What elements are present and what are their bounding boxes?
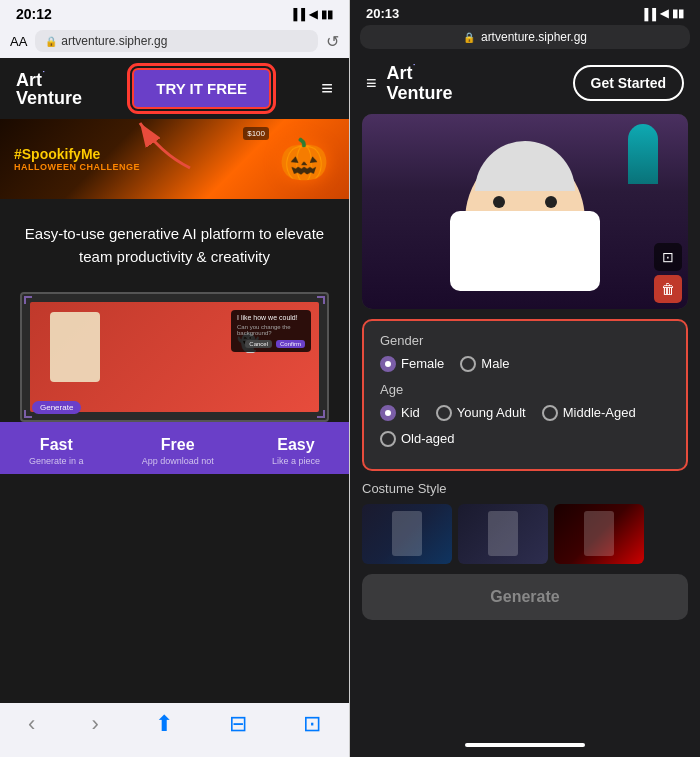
baby-image bbox=[362, 114, 688, 309]
wifi-icon: ◀ bbox=[309, 8, 317, 21]
options-panel: Gender Female Male Age Kid Young Adult bbox=[362, 319, 688, 471]
get-started-button[interactable]: Get Started bbox=[573, 65, 684, 101]
costume-figure-2 bbox=[488, 511, 518, 556]
gender-male-radio[interactable] bbox=[460, 356, 476, 372]
easy-sub: Like a piece bbox=[272, 456, 320, 466]
right-status-icons: ▐▐ ◀ ▮▮ bbox=[640, 7, 684, 20]
costume-thumb-1[interactable] bbox=[362, 504, 452, 564]
age-middle-aged-radio[interactable] bbox=[542, 405, 558, 421]
free-sub: App download not bbox=[142, 456, 214, 466]
crop-button[interactable]: ⊡ bbox=[654, 243, 682, 271]
back-button[interactable]: ‹ bbox=[28, 711, 35, 737]
logo-dot: ˙ bbox=[42, 70, 45, 81]
age-middle-aged-option[interactable]: Middle-Aged bbox=[542, 405, 636, 421]
left-browser-bar[interactable]: AA 🔒 artventure.sipher.gg ↺ bbox=[0, 26, 349, 58]
baby-image-container: ⊡ 🗑 bbox=[362, 114, 688, 309]
right-lock-icon: 🔒 bbox=[463, 32, 475, 43]
age-options-row-1: Kid Young Adult Middle-Aged bbox=[380, 405, 670, 421]
bookmark-button[interactable]: ⊟ bbox=[229, 711, 247, 737]
teal-hat-decoration bbox=[628, 124, 658, 184]
age-old-aged-radio[interactable] bbox=[380, 431, 396, 447]
costume-thumb-2[interactable] bbox=[458, 504, 548, 564]
url-text: artventure.sipher.gg bbox=[61, 34, 167, 48]
right-phone: 20:13 ▐▐ ◀ ▮▮ 🔒 artventure.sipher.gg ≡ A… bbox=[350, 0, 700, 757]
right-nav-left: ≡ Art˙ Venture bbox=[366, 63, 453, 104]
fast-sub: Generate in a bbox=[29, 456, 84, 466]
baby-eye-left bbox=[493, 196, 505, 208]
gender-female-option[interactable]: Female bbox=[380, 356, 444, 372]
left-status-bar: 20:12 ▐▐ ◀ ▮▮ bbox=[0, 0, 349, 26]
lock-icon: 🔒 bbox=[45, 36, 57, 47]
age-old-aged-option[interactable]: Old-aged bbox=[380, 431, 454, 447]
canvas-preview: 👻 I like how we could! Can you change th… bbox=[20, 292, 329, 422]
gender-male-label: Male bbox=[481, 356, 509, 371]
canvas-figure bbox=[50, 312, 100, 382]
logo: Art˙ Venture bbox=[16, 71, 82, 107]
left-content-area: Art˙ Venture TRY IT FREE ≡ # bbox=[0, 58, 349, 703]
gender-female-radio[interactable] bbox=[380, 356, 396, 372]
generate-canvas-btn[interactable]: Generate bbox=[32, 396, 81, 414]
try-free-button[interactable]: TRY IT FREE bbox=[132, 68, 271, 109]
generate-button[interactable]: Generate bbox=[362, 574, 688, 620]
tabs-button[interactable]: ⊡ bbox=[303, 711, 321, 737]
age-middle-aged-label: Middle-Aged bbox=[563, 405, 636, 420]
footer-strip: Fast Generate in a Free App download not… bbox=[0, 422, 349, 474]
left-time: 20:12 bbox=[16, 6, 52, 22]
gender-options-row: Female Male bbox=[380, 356, 670, 372]
hamburger-icon[interactable]: ≡ bbox=[321, 77, 333, 100]
forward-button[interactable]: › bbox=[91, 711, 98, 737]
age-options-row-2: Old-aged bbox=[380, 431, 670, 447]
right-logo: Art˙ Venture bbox=[387, 63, 453, 104]
font-size-control[interactable]: AA bbox=[10, 34, 27, 49]
age-kid-option[interactable]: Kid bbox=[380, 405, 420, 421]
baby-hat bbox=[475, 141, 575, 191]
right-url-text: artventure.sipher.gg bbox=[481, 30, 587, 44]
main-description: Easy-to-use generative AI platform to el… bbox=[0, 199, 349, 292]
url-bar[interactable]: 🔒 artventure.sipher.gg bbox=[35, 30, 318, 52]
prize-badge: $100 bbox=[243, 127, 269, 140]
reload-button[interactable]: ↺ bbox=[326, 32, 339, 51]
left-status-icons: ▐▐ ◀ ▮▮ bbox=[289, 8, 333, 21]
right-browser-bar[interactable]: 🔒 artventure.sipher.gg bbox=[360, 25, 690, 49]
battery-icon: ▮▮ bbox=[321, 8, 333, 21]
battery-icon-r: ▮▮ bbox=[672, 7, 684, 20]
bottom-navigation-left: ‹ › ⬆ ⊟ ⊡ bbox=[0, 703, 349, 757]
gender-male-option[interactable]: Male bbox=[460, 356, 509, 372]
logo-venture: Venture bbox=[16, 89, 82, 107]
age-kid-label: Kid bbox=[401, 405, 420, 420]
costume-figure-1 bbox=[392, 511, 422, 556]
right-status-bar: 20:13 ▐▐ ◀ ▮▮ bbox=[350, 0, 700, 25]
delete-button[interactable]: 🗑 bbox=[654, 275, 682, 303]
costume-thumb-3[interactable] bbox=[554, 504, 644, 564]
logo-art: Art bbox=[16, 70, 42, 90]
age-label: Age bbox=[380, 382, 670, 397]
age-young-adult-radio[interactable] bbox=[436, 405, 452, 421]
footer-item-free: Free App download not bbox=[142, 436, 214, 466]
gender-label: Gender bbox=[380, 333, 670, 348]
right-navbar: ≡ Art˙ Venture Get Started bbox=[350, 55, 700, 114]
right-time: 20:13 bbox=[366, 6, 399, 21]
costume-thumbnails-row bbox=[362, 504, 688, 564]
footer-item-easy: Easy Like a piece bbox=[272, 436, 320, 466]
free-label: Free bbox=[142, 436, 214, 454]
canvas-dialog: I like how we could! Can you change the … bbox=[231, 310, 311, 352]
age-young-adult-option[interactable]: Young Adult bbox=[436, 405, 526, 421]
home-indicator bbox=[465, 743, 585, 747]
halloween-banner: #SpookifyMe HALLOWEEN CHALLENGE $100 🎃 bbox=[0, 119, 349, 199]
costume-style-label: Costume Style bbox=[362, 481, 688, 496]
left-navbar: Art˙ Venture TRY IT FREE ≡ bbox=[0, 58, 349, 119]
age-kid-radio[interactable] bbox=[380, 405, 396, 421]
wifi-icon-r: ◀ bbox=[660, 7, 668, 20]
halloween-challenge-text: HALLOWEEN CHALLENGE bbox=[14, 162, 140, 172]
baby-eye-right bbox=[545, 196, 557, 208]
age-old-aged-label: Old-aged bbox=[401, 431, 454, 446]
signal-icon-r: ▐▐ bbox=[640, 8, 656, 20]
image-overlay-icons: ⊡ 🗑 bbox=[654, 243, 682, 303]
age-young-adult-label: Young Adult bbox=[457, 405, 526, 420]
right-hamburger-icon[interactable]: ≡ bbox=[366, 73, 377, 94]
fast-label: Fast bbox=[29, 436, 84, 454]
costume-section: Costume Style bbox=[350, 481, 700, 564]
share-button[interactable]: ⬆ bbox=[155, 711, 173, 737]
footer-item-fast: Fast Generate in a bbox=[29, 436, 84, 466]
gender-female-label: Female bbox=[401, 356, 444, 371]
